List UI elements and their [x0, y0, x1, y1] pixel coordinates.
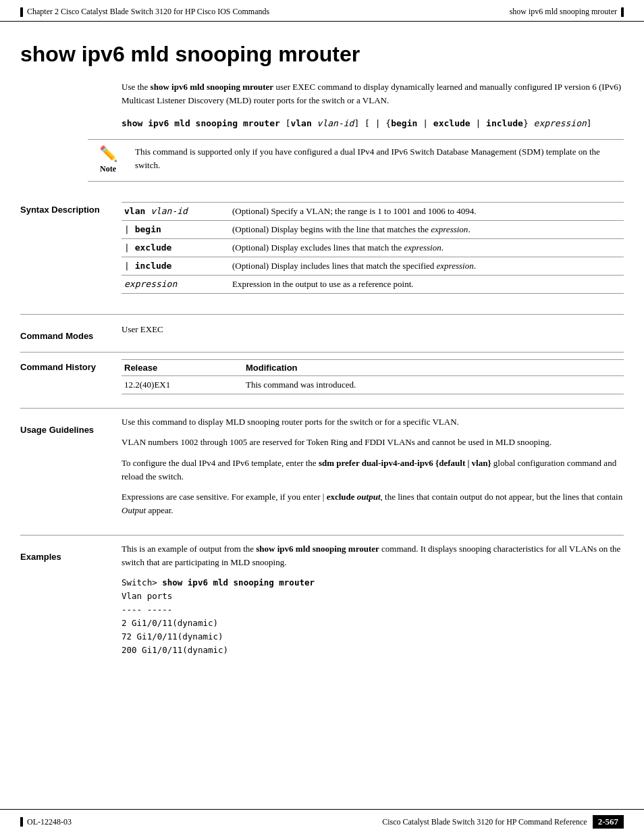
command-history-label: Command History — [20, 353, 122, 394]
syntax-line-text: show ipv6 mld snooping mrouter — [122, 118, 280, 128]
page-title: show ipv6 mld snooping mrouter — [20, 42, 624, 67]
code-line: Switch> show ipv6 mld snooping mrouter — [122, 576, 624, 590]
syntax-col2: (Optional) Display begins with the line … — [230, 221, 624, 239]
command-history-table: Release Modification 12.2(40)EX1This com… — [122, 359, 624, 394]
usage-paragraph: Use this command to display MLD snooping… — [122, 415, 624, 429]
page-footer: OL-12248-03 Cisco Catalyst Blade Switch … — [0, 809, 644, 834]
note-icon-col: ✏️ Note — [88, 145, 128, 174]
code-line: 72 Gi1/0/11(dynamic) — [122, 630, 624, 644]
syntax-line-params: [vlan vlan-id] [ | {begin | exclude | in… — [286, 118, 592, 128]
main-content: show ipv6 mld snooping mrouter Use the s… — [0, 22, 644, 691]
header-left-bar — [20, 7, 23, 17]
syntax-col2: Expression in the output to use as a ref… — [230, 276, 624, 294]
header-right-bar — [621, 7, 624, 17]
examples-code-block: Switch> show ipv6 mld snooping mrouterVl… — [122, 576, 624, 657]
note-label: Note — [100, 164, 116, 174]
code-line: 200 Gi1/0/11(dynamic) — [122, 644, 624, 657]
col-modification: Modification — [243, 360, 624, 376]
footer-right-text: Cisco Catalyst Blade Switch 3120 for HP … — [382, 817, 587, 827]
syntax-col1: | include — [122, 257, 230, 276]
description-text: Use the show ipv6 mld snooping mrouter u… — [122, 80, 624, 107]
description-area: Use the show ipv6 mld snooping mrouter u… — [122, 80, 624, 107]
examples-intro: This is an example of output from the sh… — [122, 542, 624, 569]
syntax-col2: (Optional) Display includes lines that m… — [230, 257, 624, 276]
page-number: 2-567 — [593, 815, 624, 829]
usage-paragraph: VLAN numbers 1002 through 1005 are reser… — [122, 436, 624, 449]
col-release: Release — [122, 360, 243, 376]
history-release: 12.2(40)EX1 — [122, 376, 243, 394]
examples-content: This is an example of output from the sh… — [122, 542, 624, 657]
table-row: 12.2(40)EX1This command was introduced. — [122, 376, 624, 394]
syntax-command-line: show ipv6 mld snooping mrouter [vlan vla… — [122, 118, 624, 128]
syntax-col1: vlan vlan-id — [122, 203, 230, 221]
examples-section: Examples This is an example of output fr… — [20, 535, 624, 657]
note-area: ✏️ Note This command is supported only i… — [88, 139, 624, 182]
command-modes-value: User EXEC — [122, 321, 624, 341]
command-modes-label: Command Modes — [20, 321, 122, 341]
note-text: This command is supported only if you ha… — [135, 145, 624, 172]
page-header: Chapter 2 Cisco Catalyst Blade Switch 31… — [0, 0, 644, 22]
footer-left: OL-12248-03 — [20, 817, 72, 827]
description-command-bold: show ipv6 mld snooping mrouter — [151, 82, 274, 92]
syntax-col2: (Optional) Specify a VLAN; the range is … — [230, 203, 624, 221]
syntax-description-table: vlan vlan-id(Optional) Specify a VLAN; t… — [122, 202, 624, 294]
code-line: Vlan ports — [122, 590, 624, 603]
usage-paragraph: To configure the dual IPv4 and IPv6 temp… — [122, 457, 624, 484]
code-line: 2 Gi1/0/11(dynamic) — [122, 617, 624, 630]
command-history-section: Command History Release Modification 12.… — [20, 352, 624, 394]
examples-intro-before: This is an example of output from the — [122, 544, 256, 554]
examples-intro-cmd: show ipv6 mld snooping mrouter — [256, 544, 379, 554]
code-line: ---- ----- — [122, 603, 624, 617]
header-left-text: Chapter 2 Cisco Catalyst Blade Switch 31… — [27, 7, 269, 17]
usage-guidelines-content: Use this command to display MLD snooping… — [122, 415, 624, 524]
usage-paragraph: Expressions are case sensitive. For exam… — [122, 490, 624, 517]
syntax-description-label: Syntax Description — [20, 195, 122, 307]
examples-label: Examples — [20, 542, 122, 657]
usage-guidelines-section: Usage Guidelines Use this command to dis… — [20, 408, 624, 524]
footer-bar — [20, 817, 23, 827]
history-modification: This command was introduced. — [243, 376, 624, 394]
footer-left-text: OL-12248-03 — [27, 817, 72, 827]
syntax-col1: | exclude — [122, 239, 230, 257]
usage-guidelines-label: Usage Guidelines — [20, 415, 122, 524]
header-right-text: show ipv6 mld snooping mrouter — [510, 7, 617, 17]
syntax-col1: | begin — [122, 221, 230, 239]
header-left: Chapter 2 Cisco Catalyst Blade Switch 31… — [20, 7, 269, 17]
note-pencil-icon: ✏️ — [99, 145, 117, 163]
syntax-description-section: Syntax Description vlan vlan-id(Optional… — [20, 195, 624, 307]
syntax-col1: expression — [122, 276, 230, 294]
footer-right: Cisco Catalyst Blade Switch 3120 for HP … — [382, 815, 624, 829]
syntax-col2: (Optional) Display excludes lines that m… — [230, 239, 624, 257]
header-right: show ipv6 mld snooping mrouter — [510, 7, 624, 17]
command-modes-section: Command Modes User EXEC — [20, 314, 624, 341]
